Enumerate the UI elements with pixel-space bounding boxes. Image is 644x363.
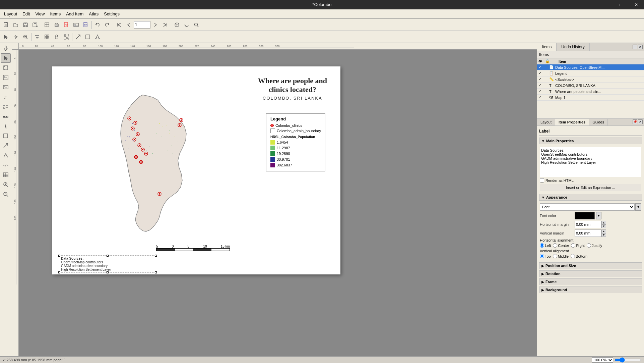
- v-align-middle-radio[interactable]: [553, 254, 557, 258]
- tool-zoom-out[interactable]: [1, 190, 11, 199]
- insert-expression-button[interactable]: Insert or Edit an Expression ...: [540, 184, 641, 191]
- h-align-left-radio[interactable]: [540, 243, 544, 248]
- menu-add-item[interactable]: Add Item: [63, 10, 86, 17]
- lock-button[interactable]: [52, 32, 61, 42]
- zoom-in-button[interactable]: [21, 32, 30, 42]
- v-align-bottom-radio[interactable]: [571, 254, 575, 258]
- saveas-button[interactable]: A: [30, 20, 40, 30]
- h-margin-up[interactable]: ▲: [601, 221, 606, 224]
- resize-handle-tl[interactable]: [58, 255, 60, 257]
- v-align-top-radio[interactable]: [540, 254, 544, 258]
- h-align-center-radio[interactable]: [553, 243, 557, 248]
- pan-all-button[interactable]: [172, 20, 182, 30]
- font-color-dropdown[interactable]: ▼: [596, 212, 601, 219]
- ungroup-button[interactable]: [62, 32, 71, 42]
- tool-select[interactable]: [1, 53, 11, 63]
- nav-next-button[interactable]: [151, 20, 160, 30]
- select-tool-button[interactable]: [1, 32, 11, 42]
- h-align-justify-radio[interactable]: [587, 243, 591, 248]
- item-row-title[interactable]: ✓ T Where are people and clin...: [537, 89, 644, 95]
- item-row-datasources[interactable]: ✓ 📄 Data Sources: OpenStreetM...: [537, 64, 644, 70]
- tool-add-html[interactable]: </>: [1, 160, 11, 170]
- tool-add-label[interactable]: T: [1, 92, 11, 102]
- print-button[interactable]: [52, 20, 61, 30]
- item-row-map1[interactable]: ✓ 🗺 Map 1: [537, 95, 644, 101]
- h-align-justify[interactable]: Justify: [587, 243, 602, 248]
- prop-tab-guides[interactable]: Guides: [589, 119, 608, 125]
- save-button[interactable]: [21, 20, 30, 30]
- tool-add-table[interactable]: [1, 170, 11, 179]
- menu-atlas[interactable]: Atlas: [86, 10, 101, 17]
- zoom-select[interactable]: 100.0% 50.0% 75.0% 150.0% 200.0%: [592, 357, 613, 363]
- resize-handle-tc[interactable]: [107, 255, 109, 257]
- tool-add-legend[interactable]: [1, 102, 11, 111]
- tab-items[interactable]: Items: [537, 43, 557, 51]
- resize-handle-bl[interactable]: [58, 271, 60, 273]
- h-align-right-radio[interactable]: [571, 243, 575, 248]
- close-button[interactable]: ✕: [629, 0, 644, 9]
- v-margin-down[interactable]: ▼: [601, 233, 606, 237]
- group-button[interactable]: [42, 32, 52, 42]
- new-button[interactable]: [1, 20, 11, 30]
- font-select[interactable]: Font: [540, 203, 635, 211]
- prop-panel-pin-button[interactable]: 📌: [633, 119, 637, 124]
- frame-header[interactable]: ▶ Frame: [539, 278, 642, 285]
- h-margin-down[interactable]: ▼: [601, 224, 606, 228]
- label-text-area[interactable]: Data Sources: OpenStreetMap contributors…: [540, 147, 641, 177]
- open-button[interactable]: [11, 20, 20, 30]
- add-nodes-button[interactable]: [93, 32, 102, 42]
- nav-first-button[interactable]: [114, 20, 124, 30]
- item-row-scalebar[interactable]: ✓ 📏 <Scalebar>: [537, 76, 644, 83]
- tool-pan[interactable]: [1, 44, 11, 53]
- tool-add-scalebar[interactable]: [1, 112, 11, 121]
- appearance-header[interactable]: ▼ Appearance: [539, 194, 642, 201]
- panel-minimize-button[interactable]: −: [633, 45, 637, 49]
- page-input[interactable]: 1: [134, 21, 150, 29]
- h-align-center[interactable]: Center: [553, 243, 569, 248]
- minimize-button[interactable]: —: [598, 0, 613, 9]
- v-margin-up[interactable]: ▲: [601, 229, 606, 233]
- v-align-top[interactable]: Top: [540, 254, 551, 258]
- render-as-html-checkbox[interactable]: [540, 178, 544, 183]
- v-align-bottom[interactable]: Bottom: [571, 254, 587, 258]
- h-align-left[interactable]: Left: [540, 243, 551, 248]
- item-vis-1[interactable]: ✓: [538, 71, 544, 75]
- h-margin-input[interactable]: [575, 221, 601, 228]
- menu-edit[interactable]: Edit: [20, 10, 33, 17]
- refresh-button[interactable]: [182, 20, 191, 30]
- position-size-header[interactable]: ▶ Position and Size: [539, 262, 642, 269]
- nav-last-button[interactable]: [160, 20, 170, 30]
- canvas-scroll[interactable]: Where are people and clinics located? CO…: [19, 50, 537, 356]
- tool-add-nodes[interactable]: [1, 151, 11, 160]
- h-align-right[interactable]: Right: [571, 243, 585, 248]
- panel-close-button[interactable]: ✕: [638, 45, 643, 49]
- align-button[interactable]: [33, 32, 42, 42]
- prop-panel-close-button[interactable]: ✕: [638, 119, 643, 124]
- font-color-swatch[interactable]: [575, 212, 595, 219]
- tool-add-picture[interactable]: [1, 83, 11, 92]
- v-align-middle[interactable]: Middle: [553, 254, 569, 258]
- menu-view[interactable]: View: [33, 10, 47, 17]
- item-vis-5[interactable]: ✓: [538, 95, 544, 100]
- v-margin-input[interactable]: [575, 229, 601, 237]
- prop-tab-item-properties[interactable]: Item Properties: [555, 119, 589, 125]
- item-row-legend[interactable]: ✓ 📋 Legend: [537, 70, 644, 76]
- tool-add-map[interactable]: [1, 73, 11, 82]
- export-svg-button[interactable]: SVG: [81, 20, 90, 30]
- prop-tab-layout[interactable]: Layout: [537, 119, 555, 125]
- undo-button[interactable]: [93, 20, 102, 30]
- menu-layout[interactable]: Layout: [1, 10, 20, 17]
- add-shape-button[interactable]: [83, 32, 92, 42]
- export-img-button[interactable]: [71, 20, 81, 30]
- template-save-button[interactable]: [42, 20, 52, 30]
- redo-button[interactable]: [103, 20, 112, 30]
- menu-settings[interactable]: Settings: [101, 10, 122, 17]
- canvas[interactable]: Where are people and clinics located? CO…: [19, 50, 537, 356]
- maximize-button[interactable]: □: [613, 0, 629, 9]
- item-vis-4[interactable]: ✓: [538, 89, 544, 94]
- canvas-area[interactable]: 0 20 40 60 80 100 120 140 160 180 200 22…: [12, 43, 537, 356]
- tool-zoom-in[interactable]: [1, 180, 11, 189]
- resize-handle-bc[interactable]: [107, 271, 109, 273]
- tool-add-north[interactable]: N: [1, 121, 11, 131]
- nav-prev-button[interactable]: [124, 20, 133, 30]
